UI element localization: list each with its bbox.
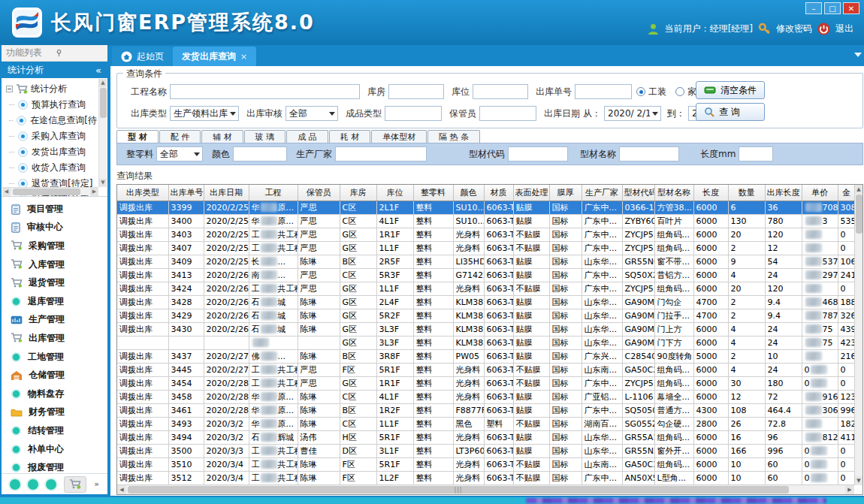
table-row[interactable]: 调拨出库35002020/3/3工共工程曹佳D区3L1F整料LT3P606063…: [117, 444, 855, 457]
table-row[interactable]: 调拨出库35122020/3/4工共工程陈琳F区1L2F整料光身料6063-T5…: [117, 471, 855, 484]
sidebar-item-工地管理[interactable]: 工地管理: [2, 348, 107, 367]
tree-item-收货入库查询[interactable]: 收货入库查询: [6, 160, 97, 176]
scroll-up-icon[interactable]: ▲: [855, 185, 862, 194]
sidebar-item-物料盘存[interactable]: 物料盘存: [2, 385, 107, 403]
table-row[interactable]: 调拨出库33992020/2/25华原...严思C区2L1F整料SU10...6…: [117, 201, 855, 214]
table-vscroll-thumb[interactable]: [856, 195, 862, 234]
table-row[interactable]: 调拨出库34582020/2/28华原...陈琳C区4L1F整料光身料6063-…: [117, 390, 855, 403]
column-header[interactable]: 颜色: [453, 185, 484, 201]
out-type-select[interactable]: 生产领料出库: [170, 106, 239, 121]
column-header[interactable]: 出库单号: [168, 185, 204, 201]
tree-item-采购入库查询[interactable]: 采购入库查询: [6, 128, 97, 144]
warehouse-input[interactable]: [388, 84, 444, 99]
sidebar-item-退货管理[interactable]: 退货管理: [2, 273, 107, 292]
minimize-button[interactable]: –: [805, 2, 822, 14]
table-row[interactable]: 调拨出库34032020/2/25工共工程严思G区1R1F整料光身料6063-T…: [117, 228, 855, 241]
material-tab-3[interactable]: 辅 材: [201, 130, 243, 143]
column-header[interactable]: 单价: [802, 185, 838, 201]
column-header[interactable]: 型材代码: [622, 185, 654, 201]
material-tab-6[interactable]: 耗 材: [329, 130, 371, 143]
material-tab-4[interactable]: 玻 璃: [244, 130, 286, 143]
manufacturer-input[interactable]: [335, 146, 427, 161]
module-dot-icon[interactable]: [28, 479, 38, 490]
tab-list-dropdown-icon[interactable]: [854, 53, 862, 57]
sidebar-item-财务管理[interactable]: 财务管理: [2, 403, 107, 422]
whole-piece-select[interactable]: 全部: [156, 146, 203, 161]
column-header[interactable]: 工程: [249, 185, 298, 201]
column-header[interactable]: 出库类型: [117, 185, 168, 201]
material-tab-8[interactable]: 隔 热 条: [427, 130, 480, 143]
cart-module-button[interactable]: [64, 476, 86, 493]
table-row[interactable]: 调拨出库34282020/2/26石城陈琳G区2L4F整料KLM38176063…: [117, 295, 855, 309]
table-row[interactable]: 调拨出库34292020/2/26石城陈琳G区5R2F整料KLM38176063…: [117, 309, 855, 322]
table-row[interactable]: 调拨出库34372020/2/27佛...陈琳B区3R8F整料PW056063-…: [117, 349, 855, 363]
table-vertical-scrollbar[interactable]: ▲ ▼: [854, 185, 862, 485]
search-button[interactable]: 查 询: [696, 103, 765, 121]
column-header[interactable]: 长度: [693, 185, 728, 201]
change-password-link[interactable]: 修改密码: [776, 23, 812, 35]
column-header[interactable]: 整零料: [413, 185, 453, 201]
tree-item-发货出库查询[interactable]: 发货出库查询: [6, 144, 97, 160]
date-from-picker[interactable]: 2020/ 2/16: [604, 106, 661, 121]
sidebar-item-仓储管理[interactable]: 仓储管理: [2, 366, 107, 385]
column-header[interactable]: 出库长度: [765, 185, 802, 201]
tab-home[interactable]: 起始页: [112, 47, 173, 66]
tab-close-icon[interactable]: ×: [240, 52, 247, 62]
order-no-input[interactable]: [575, 84, 632, 99]
module-dot-icon[interactable]: [10, 479, 20, 490]
sidebar-item-生产管理[interactable]: 生产管理: [2, 311, 107, 330]
module-dot-icon[interactable]: [46, 479, 56, 490]
tree-item-在途信息查询[待[interactable]: 在途信息查询[待: [6, 113, 97, 128]
scroll-left-icon[interactable]: ◀: [117, 485, 126, 494]
column-header[interactable]: 出库日期: [204, 185, 249, 201]
tree-vertical-scrollbar[interactable]: ▲ ▼: [98, 79, 107, 187]
column-header[interactable]: 保管员: [298, 185, 340, 201]
sidebar-section-header[interactable]: 统计分析 «: [2, 62, 107, 78]
sidebar-item-入库管理[interactable]: 入库管理: [2, 255, 107, 274]
column-header[interactable]: 库位: [376, 185, 413, 201]
column-header[interactable]: 膜厚: [549, 185, 582, 201]
location-input[interactable]: [473, 84, 528, 99]
profile-code-input[interactable]: [508, 146, 568, 161]
table-hscroll-thumb[interactable]: |||: [128, 486, 789, 493]
tab-shipping-outbound-query[interactable]: 发货出库查询 ×: [173, 47, 256, 66]
scroll-left-icon[interactable]: ◀: [2, 188, 11, 196]
sidebar-item-补单中心[interactable]: 补单中心: [2, 440, 107, 459]
material-tab-7[interactable]: 单体型材: [371, 130, 427, 143]
project-name-input[interactable]: [170, 84, 360, 99]
tree-horizontal-scrollbar[interactable]: ◀ ▶: [2, 187, 98, 195]
keeper-input[interactable]: [479, 106, 536, 121]
tree-item-预算执行查询[interactable]: 预算执行查询: [6, 97, 97, 113]
length-input[interactable]: [739, 146, 773, 161]
table-row[interactable]: 调拨出库34242020/2/26工共工程严思G区1L1F整料光身料6063-T…: [117, 282, 855, 295]
table-row[interactable]: 调拨出库34942020/3/2石辉城汤伟H区5R1F整料光身料6063-T5贴…: [117, 430, 855, 444]
maximize-button[interactable]: □: [824, 2, 841, 14]
scroll-down-icon[interactable]: ▼: [99, 179, 107, 187]
table-row[interactable]: 调拨出库34932020/3/2华原...陈琳C区1L1F整料黑色塑料不贴膜国标…: [117, 417, 855, 430]
sidebar-item-报废管理[interactable]: 报废管理: [2, 458, 107, 473]
table-row[interactable]: 调拨出库34132020/2/26南...严思C区5R3F整料G71422606…: [117, 268, 855, 282]
column-header[interactable]: 材质: [484, 185, 513, 201]
audit-select[interactable]: 全部: [285, 106, 338, 121]
scroll-up-icon[interactable]: ▲: [99, 79, 107, 87]
sidebar-item-采购管理[interactable]: 采购管理: [2, 237, 107, 255]
tree-hscroll-thumb[interactable]: [13, 189, 80, 195]
profile-name-input[interactable]: [619, 146, 679, 161]
sidebar-item-退库管理[interactable]: 退库管理: [2, 292, 107, 311]
radio-workwear[interactable]: 工装: [636, 86, 666, 98]
sidebar-item-出库管理[interactable]: 出库管理: [2, 329, 107, 348]
scroll-down-icon[interactable]: ▼: [855, 476, 862, 485]
tree-root-item[interactable]: 统计分析: [6, 81, 97, 97]
table-row[interactable]: 调拨出库34302020/2/26石城陈琳G区3L3F整料KLM38176063…: [117, 322, 855, 336]
logout-link[interactable]: 退出: [835, 23, 853, 35]
table-horizontal-scrollbar[interactable]: ◀ ||| ▶: [117, 484, 854, 494]
column-header[interactable]: 表面处理: [513, 185, 549, 201]
table-row[interactable]: 调拨出库34092020/2/25长...陈琳B区2R5F整料LI35HD606…: [117, 255, 855, 268]
table-row[interactable]: 调拨出库34002020/2/25华原...严思C区4L1F整料SU10...6…: [117, 214, 855, 228]
column-header[interactable]: 型材名称: [654, 185, 693, 201]
clear-conditions-button[interactable]: 清空条件: [696, 81, 765, 99]
table-row[interactable]: G区3L3F整料KLM38176063-T5贴膜国标山东华...GA90M09.…: [117, 336, 855, 349]
material-tab-1[interactable]: 型 材: [116, 130, 159, 143]
product-type-input[interactable]: [385, 106, 442, 121]
material-tab-5[interactable]: 成 品: [286, 130, 328, 143]
